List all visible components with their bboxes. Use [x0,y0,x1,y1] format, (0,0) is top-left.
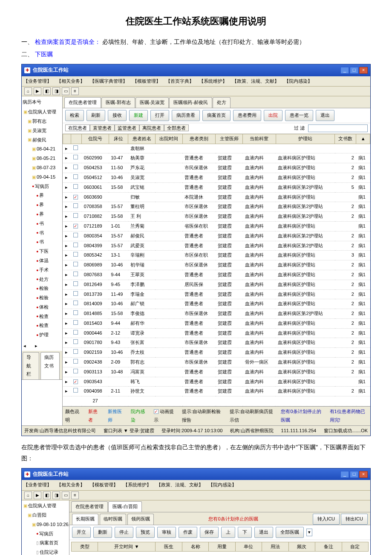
col-header[interactable]: ▲ [356,134,370,144]
table-row[interactable]: ▸080035415-57郝俊民普通患者贺建霞血液内科血液科病区第2护理站2病1 [63,231,370,241]
table-row[interactable]: ▸060306115-58武宝铭普通患者贺建霞血液内科血液科病区第2护理站5病1 [63,182,370,192]
menubar-item[interactable]: 【模板管理】 [90,481,118,489]
filter-tab[interactable]: 直管患者 [90,124,115,131]
table-row[interactable]: ▸080698910-46初华瑞市区保退休贺建霞血液内科血液科病区护理站2病1 [63,260,370,270]
order-type-tab[interactable]: 领药医嘱 [127,514,154,525]
nav-tab[interactable]: 导航栏 [23,352,39,379]
anim-check[interactable] [154,409,159,414]
col-header[interactable] [71,134,82,144]
page-tab[interactable]: 在院患者管理 [71,501,108,512]
filter-tab[interactable]: 全部患者 [164,124,189,131]
table-row[interactable]: ▸090311310-48冯富英普通患者贺建霞血液内科血液科病区护理站2病1 [63,367,370,377]
tree-sub-item[interactable]: ●界 [22,200,62,210]
filter-tab[interactable]: 离院患者 [139,124,164,131]
col-header[interactable]: 床位 [109,134,128,144]
tree-record-item[interactable]: ●写病历 [22,529,69,539]
menubar-item[interactable]: 【相关业务】 [57,481,85,489]
order-button[interactable]: 预览 [136,527,155,538]
col-header[interactable]: 护理站 [276,134,334,144]
menubar-item[interactable]: 【模板管理】 [133,77,161,86]
col-header[interactable]: 文书数 [335,134,356,144]
order-button[interactable]: 删新 [93,527,112,538]
toolbar-button[interactable]: 患者费用 [233,110,261,121]
toolbar-button[interactable]: 病历查看 [172,110,200,121]
order-button[interactable]: 作废 [179,527,197,538]
close-button[interactable]: × [359,471,368,478]
order-col[interactable]: 自定 [342,542,368,552]
menubar-item[interactable]: 【业务管理】 [23,77,52,86]
tree-date[interactable]: ▣08-07-23 [22,163,62,173]
filter-tab[interactable]: 在院患者 [65,124,90,131]
minimize-button[interactable]: _ [340,471,349,478]
table-row[interactable]: ▸071088215-58王 利市区保退休贺建霞血液内科血液科病区第2护理站2病… [63,212,370,222]
order-col[interactable]: 开立时间 ▼ [98,542,156,552]
order-col[interactable]: 类型 [72,542,98,552]
tree-date[interactable]: ▣08-04-21 [22,145,62,154]
tree-root2[interactable]: ▣住院病人管理 [22,501,69,511]
icu-in-button[interactable]: 转入ICU [313,514,340,525]
col-header[interactable]: 患者姓名 [128,134,156,144]
col-header[interactable]: 住院号 [82,134,109,144]
toolbar-button[interactable]: 退出 [316,110,334,121]
table-row[interactable]: ▸050451210-46吴淑宽普通患者贺建霞血液内科血液科病区护理站2病1 [63,173,370,182]
tool-icon[interactable]: ⌂ [24,87,32,95]
toolbar-button[interactable]: 打开 [150,110,169,121]
order-col[interactable]: 医生 [156,542,182,552]
filter-tab[interactable]: 监管患者 [115,124,139,131]
order-button[interactable]: 退出 [254,527,273,538]
menubar-item[interactable]: 【系统维护】 [199,77,227,86]
table-row[interactable]: ▸08154039-44郝有华普通患者贺建霞血液内科血液科病区护理站2病1 [63,318,370,328]
order-col[interactable]: 名称 [182,542,208,552]
tree-date[interactable]: ▣09-08-10 10:26,上 [22,520,69,529]
page-tab[interactable]: 医嘱-白晋阳 [108,501,142,512]
order-col[interactable]: 频次 [288,542,315,552]
toolbar-button[interactable]: 接收 [108,110,127,121]
tree-sub-item[interactable]: ●书 [22,237,62,247]
tree-sub-item[interactable]: ●界 [22,191,62,200]
col-header[interactable]: 主管医师 [216,134,243,144]
page-tab[interactable]: 在院患者管理 [64,97,101,108]
tree-sub-item[interactable]: ●体温 [22,256,62,266]
tree-sub-item[interactable]: ●检验 [22,293,62,303]
tree-sub-item[interactable]: ●护理 [22,330,62,340]
table-row[interactable]: ▸09004462-12谭宽录普通患者贺建霞血液内科血液科病区护理站2病1 [63,328,370,338]
page-tab[interactable]: 处方 [213,97,231,108]
order-button[interactable]: 审核 [157,527,176,538]
tool-icon[interactable]: ◨ [52,87,60,95]
menubar-item[interactable]: 【医嘱字典管理】 [90,77,127,86]
toolbar-button[interactable]: 新建 [129,110,148,121]
table-row[interactable]: ▸袁朝林 [63,144,370,153]
stop-msg[interactable]: 您有0条计划停止的医嘱 [281,408,322,425]
toolbar-button[interactable]: 刷新 [86,110,105,121]
tree-write[interactable]: ●写病历 [22,182,62,191]
tree-date[interactable]: ▣08-05-21 [22,154,62,163]
table-row[interactable]: ▸081400910-46郝广锁普通患者贺建霞血液内科血液科病区护理站2病1 [63,299,370,309]
toolbar-button[interactable]: 检索 [65,110,84,121]
tool-icon[interactable]: ≡ [71,87,79,95]
col-header[interactable]: 出院时间 [155,134,182,144]
tree-sub-item[interactable]: ●检查 [22,321,62,330]
icu-out-button[interactable]: 转出ICU [341,514,368,525]
tool-icon[interactable]: ▭ [62,87,69,95]
tree-sub-item[interactable]: ●书 [22,219,62,228]
toolbar-button[interactable]: 出院 [264,110,282,121]
table-row[interactable]: ▸0903543韩飞普通患者贺建霞血液内科血液科病区护理站病1 [63,377,370,387]
maximize-button[interactable]: □ [350,67,358,74]
table-row[interactable]: ▸09017809-43张长富市医保退休贺建霞血液内科血液科病区护理站2病1 [63,338,370,348]
close-button[interactable]: × [359,67,368,74]
maximize-button[interactable]: □ [350,471,358,478]
tree-sub-item[interactable]: ●检查 [22,312,62,321]
col-header[interactable]: 当前科室 [243,134,276,144]
tree-doctor[interactable]: ▣郭有志 [22,117,62,126]
order-button[interactable]: 下 [238,527,252,538]
tree-sub-item[interactable]: ●处方 [22,275,62,284]
minimize-button[interactable]: _ [340,67,349,74]
menubar-item[interactable]: 【政策、法规、文献】 [232,77,279,86]
tree-record-item[interactable]: ▯住院记录 [22,548,69,555]
menubar-item[interactable]: 【系统维护】 [123,481,151,489]
order-button[interactable]: 保存 [200,527,219,538]
tool-icon[interactable]: ◨ [52,491,60,499]
col-header[interactable]: 患者类别 [182,134,216,144]
tree-sub-item[interactable]: ●检验 [22,284,62,293]
menubar-item[interactable]: 【相关业务】 [57,77,85,86]
